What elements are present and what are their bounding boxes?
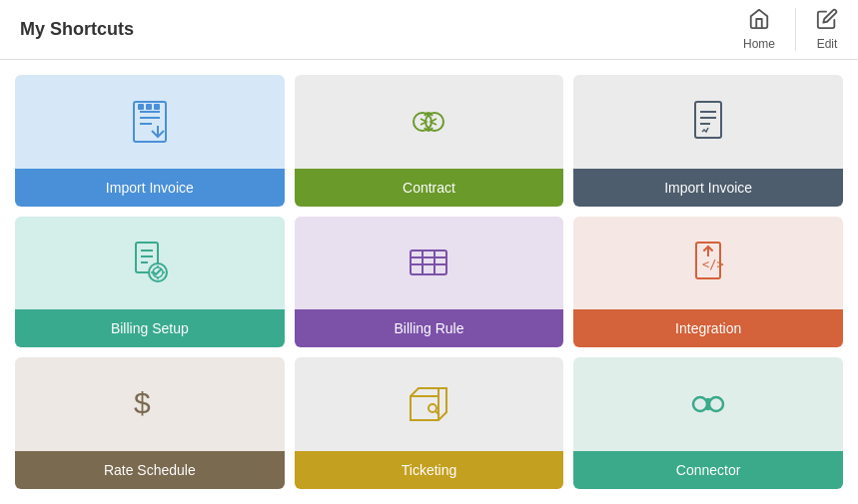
card-icon-area [573,75,843,169]
import-invoice-2-icon [682,96,734,148]
card-contract[interactable]: Contract [295,75,564,207]
card-icon-area [295,217,564,310]
card-label: Contract [295,169,564,207]
page-title: My Shortcuts [20,19,134,40]
home-button[interactable]: Home [743,8,775,51]
card-icon-area [295,357,564,451]
svg-point-31 [693,397,707,411]
card-import-invoice-2[interactable]: Import Invoice [573,75,843,207]
card-connector[interactable]: Connector [573,357,843,489]
svg-point-32 [709,397,723,411]
card-label: Billing Rule [295,309,564,347]
card-icon-area [15,75,285,169]
edit-icon [816,8,838,35]
contract-icon [403,96,454,148]
ticketing-icon [403,378,454,430]
integration-icon: </> [682,237,734,288]
shortcuts-grid: Import Invoice Contract I [0,60,858,504]
svg-point-9 [426,113,443,131]
billing-rule-icon [403,237,454,288]
svg-rect-20 [411,251,446,274]
card-label: Rate Schedule [15,451,285,489]
card-icon-area: </> [573,217,843,310]
home-icon [748,8,770,35]
card-icon-area [15,217,285,310]
svg-rect-10 [695,102,721,138]
header: My Shortcuts Home Edit [0,0,858,60]
svg-rect-6 [154,104,160,110]
card-icon-area [573,357,843,451]
card-label: Integration [573,309,843,347]
card-icon-area [295,75,564,169]
card-billing-rule[interactable]: Billing Rule [295,217,564,348]
svg-rect-4 [138,104,144,110]
card-billing-setup[interactable]: Billing Setup [15,217,285,348]
card-integration[interactable]: </> Integration [573,217,843,348]
import-invoice-icon [124,96,176,148]
connector-icon [682,378,734,430]
home-label: Home [743,37,775,51]
svg-point-29 [429,404,436,412]
rate-schedule-icon: $ [124,378,176,430]
edit-label: Edit [817,37,838,51]
card-icon-area: $ [15,357,285,451]
card-label: Import Invoice [573,169,843,207]
edit-button[interactable]: Edit [795,8,838,51]
card-import-invoice-1[interactable]: Import Invoice [15,75,285,207]
svg-text:$: $ [134,386,151,419]
card-label: Billing Setup [15,309,285,347]
svg-text:</>: </> [702,257,724,271]
card-label: Ticketing [295,451,564,489]
svg-rect-5 [146,104,152,110]
card-rate-schedule[interactable]: $ Rate Schedule [15,357,285,489]
header-actions: Home Edit [743,8,838,51]
card-ticketing[interactable]: Ticketing [295,357,564,489]
card-label: Import Invoice [15,169,285,207]
billing-setup-icon [124,237,176,288]
card-label: Connector [573,451,843,489]
